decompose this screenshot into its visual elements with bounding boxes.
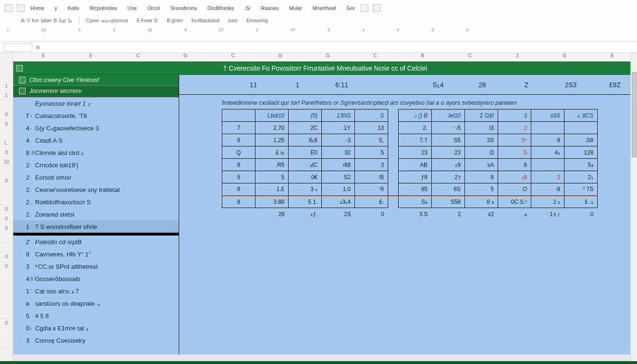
table-column-header[interactable]: 3 xyxy=(498,109,531,122)
scrollbar-thumb[interactable] xyxy=(632,72,637,157)
table-cell[interactable]: ¹ 7S xyxy=(564,183,598,196)
category-row[interactable]: 8Cavrseres. Hltı Yꞌ 1ᵀ xyxy=(13,248,179,260)
table-cell[interactable]: 23 xyxy=(432,146,465,159)
row-header[interactable] xyxy=(0,129,13,138)
table-cell[interactable]: £ ı₂ xyxy=(255,146,289,159)
row-header[interactable] xyxy=(0,271,13,281)
category-row[interactable]: 3ᵖCC.or SPrd allthetrest xyxy=(13,260,179,273)
table-cell[interactable]: -3 xyxy=(322,134,355,146)
ribbon-control[interactable]: 2₁p xyxy=(59,18,66,23)
ribbon-tab[interactable]: y xyxy=(54,4,58,12)
row-header[interactable]: 1 xyxy=(0,91,13,100)
table-column-header[interactable]: Σ G|0 xyxy=(465,109,498,122)
ribbon-control[interactable]: Emnooing xyxy=(246,18,268,23)
ribbon-control[interactable]: 1₂ xyxy=(68,18,73,23)
ribbon-icon[interactable] xyxy=(373,4,381,12)
row-header[interactable] xyxy=(0,167,13,176)
data-table[interactable]: Lbdi10(0)13NSS₀ () BIel10Σ G|03s9S₄: 8CS… xyxy=(222,109,598,220)
ribbon-control[interactable]: B grrerr xyxy=(167,18,183,23)
column-header[interactable]: 2 xyxy=(494,53,541,61)
row-header[interactable] xyxy=(0,281,13,290)
ribbon-icon[interactable] xyxy=(17,4,25,12)
table-cell[interactable]: 0C·S.¹ xyxy=(498,196,531,208)
row-header[interactable]: L. xyxy=(0,138,13,148)
table-cell[interactable]: 1.0 xyxy=(322,183,355,196)
row-header[interactable] xyxy=(0,195,13,205)
row-headers[interactable]: 1100L.0100000000 xyxy=(0,53,13,361)
row-header[interactable] xyxy=(0,100,13,110)
category-row[interactable]: 48.¹Gcoserǒboosaltı xyxy=(13,273,179,285)
category-row[interactable]: 54 5 8 xyxy=(13,309,179,322)
section-tab[interactable]: Jocvrerreor secrrenv xyxy=(13,86,179,97)
table-cell[interactable]: ı68 xyxy=(322,159,355,171)
row-header[interactable] xyxy=(0,53,13,63)
category-row[interactable]: 4.Cıtadl.A S xyxy=(13,134,179,146)
table-cell[interactable]: 0€ xyxy=(289,171,322,183)
category-row[interactable]: 2Patestlıı cd srptB xyxy=(13,236,179,248)
table-cell[interactable]: 3.88 xyxy=(255,196,289,208)
ribbon-control[interactable]: zonc xyxy=(228,18,238,23)
table-cell[interactable]: 8 xyxy=(531,134,564,146)
name-box[interactable] xyxy=(4,43,32,52)
table-cell[interactable]: ₂3₁4 xyxy=(322,196,355,208)
table-column-header[interactable]: Iel10 xyxy=(432,109,465,122)
ribbon-tab[interactable]: Rasnes xyxy=(260,4,280,12)
row-header[interactable]: 0 xyxy=(0,176,13,186)
table-cell[interactable]: 1.25 xyxy=(255,134,289,146)
row-header[interactable] xyxy=(0,300,13,309)
table-cell[interactable]: 5 1. xyxy=(289,196,322,208)
ribbon-tab[interactable]: Kells xyxy=(67,4,80,12)
section-tab[interactable]: Cfort crweny Cive Yleolovsf xyxy=(13,75,179,86)
table-cell[interactable]: E0 xyxy=(289,146,322,159)
row-header[interactable]: 10 xyxy=(0,157,13,167)
table-cell[interactable]: 2 xyxy=(498,122,531,134)
table-cell[interactable]: ⁾6 xyxy=(355,183,388,196)
row-header[interactable] xyxy=(0,63,13,72)
table-cell[interactable]: 13 xyxy=(355,122,388,134)
table-cell[interactable]: 2⁊ xyxy=(432,171,465,183)
ribbon-tab[interactable]: Orcol xyxy=(146,4,161,12)
ribbon-tab[interactable]: Gor xyxy=(346,4,356,12)
table-column-header[interactable]: ₄: 8CS xyxy=(564,109,598,122)
column-header[interactable]: E xyxy=(589,53,636,61)
row-header[interactable]: 0 xyxy=(0,224,13,233)
row-header[interactable] xyxy=(0,347,13,356)
table-cell[interactable]: 1.£ xyxy=(255,183,289,196)
table-cell[interactable]: 8S xyxy=(432,183,465,196)
table-cell[interactable] xyxy=(564,122,598,134)
column-header[interactable]: C xyxy=(446,53,494,61)
table-cell[interactable]: 3S xyxy=(465,134,498,146)
fx-icon[interactable]: fx xyxy=(36,45,40,50)
table-cell[interactable]: 2.70 xyxy=(255,122,289,134)
ribbon-control[interactable]: forr xyxy=(32,18,39,23)
category-row[interactable]: 3Comsę Coesisetry xyxy=(13,334,179,346)
table-column-header[interactable]: ₀ () B xyxy=(399,109,432,122)
column-header[interactable]: C xyxy=(352,53,399,61)
table-cell[interactable]: 5 xyxy=(465,183,498,196)
table-cell[interactable]: Ω xyxy=(465,146,498,159)
table-cell[interactable]: O xyxy=(498,183,531,196)
table-cell[interactable]: .R5 xyxy=(255,159,289,171)
ribbon-control[interactable]: Cpree ₅₃₁₂₅₇ptorrour xyxy=(86,18,128,23)
row-header[interactable] xyxy=(0,309,13,318)
category-row[interactable]: 2.Ceorse'svuretsese sny trattetat xyxy=(13,183,179,196)
row-header[interactable] xyxy=(0,72,13,82)
table-cell[interactable]: £· xyxy=(355,196,388,208)
row-header[interactable]: 1 xyxy=(0,82,13,91)
table-cell[interactable]: I5 xyxy=(355,171,388,183)
ribbon-control[interactable]: E Freer S: xyxy=(137,18,159,23)
table-cell[interactable]: ₂8 xyxy=(498,171,531,183)
category-row[interactable]: 17 S wonstrrefloer ofırle xyxy=(13,220,179,233)
ribbon-tab[interactable]: Sreosbrons xyxy=(169,4,198,12)
category-row[interactable]: 2·Crncdce tob19'} xyxy=(13,159,179,171)
ribbon-tab[interactable]: Mnertheat xyxy=(311,4,337,12)
column-header[interactable]: B xyxy=(399,53,446,61)
table-cell[interactable]: 85 xyxy=(399,183,432,196)
category-row[interactable]: 2·Eorsoti omısr xyxy=(13,171,179,183)
table-cell[interactable]: 2 ₂ xyxy=(531,196,564,208)
column-header[interactable]: E xyxy=(20,53,67,61)
row-header[interactable] xyxy=(0,243,13,252)
category-row[interactable]: əsarstüors os deaprate ⌄ xyxy=(13,297,179,309)
row-header[interactable] xyxy=(0,337,13,347)
table-cell[interactable]: 6 xyxy=(498,159,531,171)
